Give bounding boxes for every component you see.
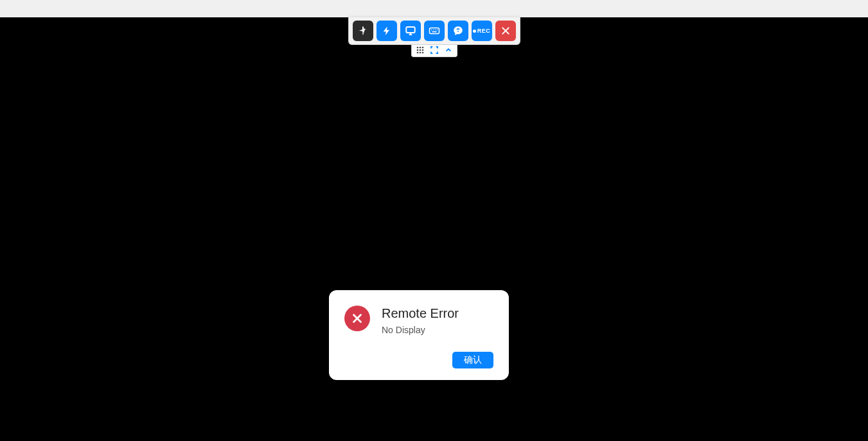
close-button[interactable] bbox=[495, 21, 516, 41]
svg-point-20 bbox=[421, 52, 423, 54]
close-icon bbox=[500, 26, 511, 36]
svg-point-16 bbox=[419, 49, 421, 51]
svg-point-13 bbox=[419, 47, 421, 49]
toolbar-container: REC bbox=[348, 17, 520, 57]
pin-button[interactable] bbox=[353, 21, 373, 41]
grid-icon bbox=[416, 45, 424, 56]
confirm-button[interactable]: 确认 bbox=[452, 352, 493, 368]
display-button[interactable] bbox=[400, 21, 421, 41]
svg-rect-0 bbox=[406, 27, 415, 33]
dialog-message: No Display bbox=[382, 325, 493, 335]
chat-icon bbox=[452, 25, 464, 37]
svg-point-19 bbox=[419, 52, 421, 54]
remote-viewport: REC bbox=[0, 17, 868, 441]
svg-rect-3 bbox=[429, 28, 439, 34]
lightning-icon bbox=[382, 26, 392, 36]
fullscreen-button[interactable] bbox=[430, 46, 439, 55]
fullscreen-icon bbox=[430, 45, 438, 56]
svg-point-14 bbox=[421, 47, 423, 49]
error-dialog: Remote Error No Display 确认 bbox=[329, 290, 509, 380]
chat-button[interactable] bbox=[448, 21, 468, 41]
dialog-text: Remote Error No Display bbox=[382, 306, 493, 335]
svg-point-15 bbox=[416, 49, 418, 51]
record-button[interactable]: REC bbox=[472, 21, 492, 41]
grid-button[interactable] bbox=[416, 46, 425, 55]
dialog-actions: 确认 bbox=[344, 352, 493, 368]
action-button[interactable] bbox=[376, 21, 397, 41]
svg-point-12 bbox=[416, 47, 418, 49]
sub-toolbar bbox=[411, 45, 457, 57]
collapse-button[interactable] bbox=[444, 46, 453, 55]
svg-point-9 bbox=[457, 31, 459, 32]
record-label: REC bbox=[477, 28, 491, 34]
pin-icon bbox=[358, 26, 368, 36]
keyboard-icon bbox=[429, 25, 440, 37]
error-icon bbox=[344, 306, 370, 331]
monitor-icon bbox=[405, 25, 416, 37]
keyboard-button[interactable] bbox=[424, 21, 445, 41]
svg-point-17 bbox=[421, 49, 423, 51]
chevron-up-icon bbox=[445, 45, 452, 56]
svg-point-18 bbox=[416, 52, 418, 54]
dialog-title: Remote Error bbox=[382, 306, 493, 321]
record-icon: REC bbox=[473, 28, 491, 34]
remote-toolbar: REC bbox=[348, 17, 520, 45]
browser-topbar bbox=[0, 0, 868, 17]
dialog-body: Remote Error No Display bbox=[344, 306, 493, 335]
